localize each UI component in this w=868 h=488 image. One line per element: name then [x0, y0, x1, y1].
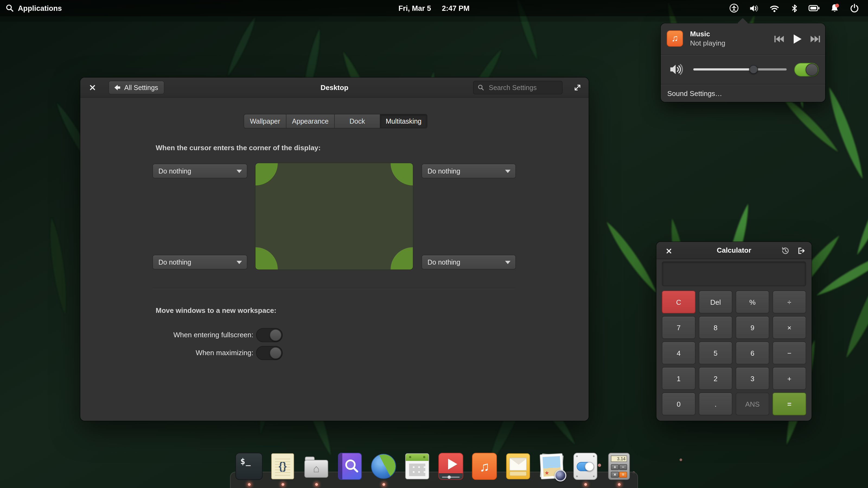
toggle-knob	[270, 329, 282, 341]
key-multiply[interactable]: ×	[773, 316, 806, 339]
calculator-window: Calculator C Del % ÷ 7 8	[656, 242, 812, 421]
key-4[interactable]: 4	[662, 341, 695, 364]
key-delete[interactable]: Del	[699, 291, 733, 314]
tab-wallpaper[interactable]: Wallpaper	[244, 115, 286, 128]
search-input[interactable]	[488, 83, 558, 92]
accessibility-indicator-icon[interactable]	[727, 1, 741, 15]
appcenter-icon	[338, 453, 362, 480]
dock-item-mail[interactable]	[504, 452, 532, 480]
close-button[interactable]	[86, 81, 99, 94]
volume-slider-track[interactable]	[693, 68, 786, 70]
applications-menu[interactable]: Applications	[0, 4, 62, 12]
key-decimal[interactable]: .	[699, 393, 733, 415]
dock-item-code[interactable]: {}	[269, 452, 297, 480]
key-clear[interactable]: C	[662, 291, 695, 314]
power-indicator-icon[interactable]	[847, 1, 862, 15]
desktop: Applications Fri, Mar 5 2:47 PM	[0, 0, 868, 488]
key-5[interactable]: 5	[699, 341, 733, 364]
key-0[interactable]: 0	[662, 393, 695, 415]
wifi-indicator-icon[interactable]	[767, 1, 781, 15]
dock-item-files[interactable]: ⌂	[302, 452, 330, 480]
hot-corner-top-right-dropdown[interactable]: Do nothing	[422, 164, 516, 178]
media-title: Music	[690, 30, 710, 38]
sound-indicator-icon[interactable]	[747, 1, 761, 15]
maximize-workspace-toggle[interactable]	[256, 346, 283, 360]
panel-indicators	[727, 1, 868, 15]
dock-item-web[interactable]	[369, 452, 398, 480]
sound-popover: ♫ Music Not playing	[661, 23, 825, 102]
all-settings-button[interactable]: All Settings	[108, 81, 164, 94]
settings-window: All Settings Desktop Wallpaper Appearanc…	[80, 77, 589, 421]
dock-item-system-settings[interactable]	[571, 452, 599, 480]
calculator-titlebar[interactable]: Calculator	[656, 242, 812, 259]
key-2[interactable]: 2	[699, 367, 733, 390]
key-8[interactable]: 8	[699, 316, 733, 339]
panel-time: 2:47 PM	[442, 4, 469, 12]
notifications-indicator-icon[interactable]	[827, 1, 841, 15]
toggle-knob	[270, 347, 282, 359]
export-arrow-icon	[796, 246, 806, 255]
settings-titlebar[interactable]: All Settings Desktop	[80, 77, 589, 98]
terminal-icon: $_	[236, 453, 262, 480]
all-settings-label: All Settings	[124, 84, 158, 91]
key-3[interactable]: 3	[736, 367, 769, 390]
tab-multitasking[interactable]: Multitasking	[380, 115, 427, 128]
calculator-keypad: C Del % ÷ 7 8 9 × 4 5 6 − 1 2 3 + 0 . AN…	[662, 291, 806, 415]
dock: $_ {} ⌂	[233, 452, 635, 480]
battery-indicator-icon[interactable]	[807, 1, 822, 15]
hot-corner-bottom-left-dropdown[interactable]: Do nothing	[152, 255, 247, 269]
tab-appearance[interactable]: Appearance	[286, 115, 335, 128]
calendar-icon	[405, 453, 429, 479]
key-7[interactable]: 7	[662, 316, 695, 339]
maximize-button[interactable]	[570, 81, 584, 94]
play-icon	[446, 458, 458, 470]
show-extended-keypad-button[interactable]	[794, 244, 808, 258]
display-preview	[255, 163, 413, 270]
calculator-display[interactable]	[662, 261, 806, 286]
key-divide[interactable]: ÷	[773, 291, 806, 314]
hot-corner-marker	[391, 163, 413, 186]
hot-corner-bottom-right-dropdown[interactable]: Do nothing	[422, 255, 516, 269]
hot-corner-marker	[255, 163, 278, 186]
running-indicator	[618, 483, 620, 486]
key-add[interactable]: +	[773, 367, 806, 390]
dock-item-terminal[interactable]: $_	[235, 452, 263, 480]
bluetooth-indicator-icon[interactable]	[787, 1, 801, 15]
previous-track-button[interactable]	[772, 32, 786, 46]
media-row: ♫ Music Not playing	[661, 23, 825, 54]
mail-icon	[506, 453, 530, 479]
volume-slider-thumb[interactable]	[749, 65, 758, 74]
hot-corner-top-left-dropdown[interactable]: Do nothing	[152, 164, 247, 178]
key-6[interactable]: 6	[736, 341, 769, 364]
dock-item-music[interactable]: ♫	[470, 452, 499, 480]
sound-settings-menu-item[interactable]: Sound Settings…	[661, 85, 825, 102]
running-indicator	[248, 483, 250, 486]
dock-item-calendar[interactable]	[403, 452, 431, 480]
key-percent[interactable]: %	[736, 291, 769, 314]
key-subtract[interactable]: −	[773, 341, 806, 364]
search-icon	[5, 4, 14, 12]
hot-corners-heading: When the cursor enters the corner of the…	[156, 144, 321, 152]
settings-search[interactable]	[473, 81, 563, 94]
key-equals[interactable]: =	[773, 393, 806, 415]
play-button[interactable]	[790, 32, 804, 46]
dock-item-appcenter[interactable]	[336, 452, 364, 480]
key-9[interactable]: 9	[736, 316, 769, 339]
files-icon: ⌂	[304, 460, 328, 478]
key-ans[interactable]: ANS	[736, 393, 769, 415]
back-arrow-icon	[113, 84, 121, 91]
dock-item-calculator[interactable]: 3.14 + − × =	[605, 452, 633, 480]
tab-dock[interactable]: Dock	[335, 115, 380, 128]
next-track-button[interactable]	[808, 32, 823, 46]
previous-icon	[774, 34, 784, 43]
history-button[interactable]	[778, 244, 792, 258]
key-1[interactable]: 1	[662, 367, 695, 390]
sound-output-toggle[interactable]	[794, 63, 818, 76]
system-settings-icon	[574, 453, 597, 480]
dock-item-photos[interactable]: ★	[538, 452, 566, 480]
close-icon	[665, 248, 672, 254]
dock-item-videos[interactable]	[437, 452, 465, 480]
fullscreen-workspace-toggle[interactable]	[256, 328, 283, 342]
close-button[interactable]	[662, 244, 675, 258]
music-app-icon: ♫	[667, 30, 683, 46]
